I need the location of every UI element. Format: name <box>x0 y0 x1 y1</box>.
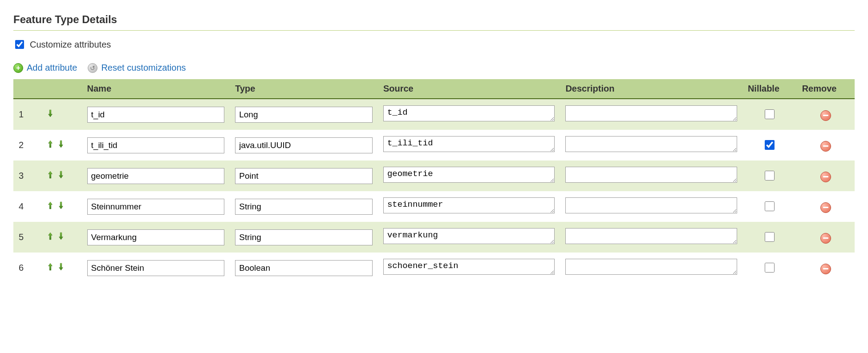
table-row: 3 <box>13 160 855 191</box>
remove-button[interactable] <box>820 202 831 213</box>
attributes-table: Name Type Source Description Nillable Re… <box>13 79 855 283</box>
arrow-down-icon[interactable] <box>58 201 65 211</box>
reset-customizations-label: Reset customizations <box>101 63 186 73</box>
row-index: 2 <box>13 130 42 160</box>
header-type: Type <box>230 79 378 99</box>
table-row: 6 <box>13 253 855 283</box>
header-index <box>13 79 42 99</box>
source-input[interactable] <box>383 228 555 244</box>
remove-button[interactable] <box>820 141 831 152</box>
arrow-down-icon[interactable] <box>58 170 65 181</box>
row-reorder <box>42 160 82 191</box>
description-input[interactable] <box>565 105 737 121</box>
section-title: Feature Type Details <box>13 13 855 28</box>
remove-button[interactable] <box>820 172 831 182</box>
header-source: Source <box>378 79 560 99</box>
source-input[interactable] <box>383 136 555 152</box>
arrow-up-icon[interactable] <box>47 201 54 211</box>
customize-attributes-label[interactable]: Customize attributes <box>30 40 111 50</box>
arrow-down-icon[interactable] <box>58 139 65 150</box>
header-nillable: Nillable <box>742 79 797 99</box>
name-input[interactable] <box>87 199 225 215</box>
customize-attributes-row: Customize attributes <box>13 39 855 50</box>
row-index: 4 <box>13 191 42 222</box>
nillable-checkbox[interactable] <box>765 171 775 181</box>
arrow-up-icon[interactable] <box>47 170 54 181</box>
header-arrows <box>42 79 82 99</box>
remove-button[interactable] <box>820 110 831 121</box>
nillable-checkbox[interactable] <box>765 263 775 273</box>
nillable-checkbox[interactable] <box>765 140 775 150</box>
row-reorder <box>42 99 82 130</box>
add-attribute-link[interactable]: + Add attribute <box>13 63 77 73</box>
row-reorder <box>42 253 82 283</box>
row-index: 6 <box>13 253 42 283</box>
reset-customizations-link[interactable]: Reset customizations <box>88 63 186 73</box>
arrow-up-icon[interactable] <box>47 139 54 150</box>
row-reorder <box>42 130 82 160</box>
name-input[interactable] <box>87 260 225 276</box>
table-row: 2 <box>13 130 855 160</box>
source-input[interactable] <box>383 197 555 213</box>
row-index: 1 <box>13 99 42 130</box>
type-input[interactable] <box>235 260 373 276</box>
type-input[interactable] <box>235 107 373 123</box>
arrow-down-icon[interactable] <box>47 108 54 119</box>
add-attribute-label: Add attribute <box>27 63 77 73</box>
customize-attributes-checkbox[interactable] <box>15 40 24 49</box>
remove-button[interactable] <box>820 264 831 274</box>
nillable-checkbox[interactable] <box>765 232 775 242</box>
nillable-checkbox[interactable] <box>765 109 775 119</box>
row-reorder <box>42 191 82 222</box>
arrow-up-icon[interactable] <box>47 231 54 242</box>
description-input[interactable] <box>565 136 737 152</box>
source-input[interactable] <box>383 167 555 183</box>
source-input[interactable] <box>383 259 555 275</box>
type-input[interactable] <box>235 168 373 184</box>
arrow-up-icon[interactable] <box>47 262 54 273</box>
reset-icon <box>88 63 97 73</box>
type-input[interactable] <box>235 199 373 215</box>
table-row: 5 <box>13 222 855 253</box>
header-name: Name <box>82 79 230 99</box>
remove-button[interactable] <box>820 233 831 244</box>
description-input[interactable] <box>565 259 737 275</box>
type-input[interactable] <box>235 229 373 245</box>
arrow-down-icon[interactable] <box>58 231 65 242</box>
row-index: 5 <box>13 222 42 253</box>
header-remove: Remove <box>797 79 855 99</box>
source-input[interactable] <box>383 105 555 121</box>
name-input[interactable] <box>87 229 225 245</box>
name-input[interactable] <box>87 168 225 184</box>
plus-circle-icon: + <box>13 63 23 73</box>
description-input[interactable] <box>565 228 737 244</box>
section-divider <box>13 30 855 31</box>
table-row: 4 <box>13 191 855 222</box>
header-description: Description <box>560 79 742 99</box>
description-input[interactable] <box>565 167 737 183</box>
name-input[interactable] <box>87 107 225 123</box>
action-links: + Add attribute Reset customizations <box>13 63 855 73</box>
table-row: 1 <box>13 99 855 130</box>
name-input[interactable] <box>87 137 225 153</box>
arrow-down-icon[interactable] <box>58 262 65 273</box>
row-index: 3 <box>13 160 42 191</box>
row-reorder <box>42 222 82 253</box>
nillable-checkbox[interactable] <box>765 201 775 211</box>
type-input[interactable] <box>235 137 373 153</box>
description-input[interactable] <box>565 197 737 213</box>
